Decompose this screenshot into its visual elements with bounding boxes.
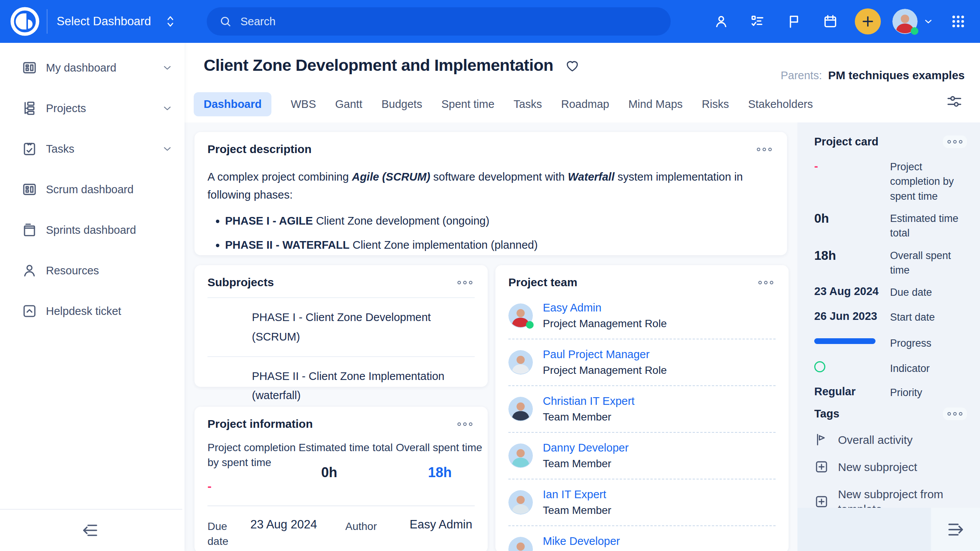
tab-budgets[interactable]: Budgets bbox=[381, 92, 422, 116]
tab-wbs[interactable]: WBS bbox=[291, 92, 316, 116]
subproject-row[interactable]: PHASE II - Client Zone Implementation (w… bbox=[207, 357, 475, 415]
action-label: New subproject bbox=[838, 460, 917, 474]
avatar bbox=[508, 303, 533, 328]
new-subproject-from-template-button[interactable]: New subproject from template bbox=[814, 487, 967, 508]
card-value: 23 Aug 2024 bbox=[814, 285, 890, 298]
right-footer-bar bbox=[797, 508, 980, 551]
more-menu-icon[interactable] bbox=[455, 420, 475, 428]
more-menu-icon[interactable] bbox=[943, 135, 967, 148]
member-name-link[interactable]: Paul Project Manager bbox=[543, 348, 667, 361]
left-sidebar: My dashboard Projects Tasks bbox=[0, 43, 185, 551]
chevron-down-icon[interactable] bbox=[162, 103, 173, 114]
tab-dashboard[interactable]: Dashboard bbox=[194, 92, 271, 116]
phase-item: PHASE II - WATERFALL Client Zone impleme… bbox=[225, 239, 774, 251]
card-row-completion: - Project completion by spent time bbox=[814, 160, 967, 204]
checklist-icon[interactable] bbox=[746, 10, 769, 33]
more-menu-icon[interactable] bbox=[756, 279, 776, 287]
member-name-link[interactable]: Ian IT Expert bbox=[543, 488, 611, 501]
phase-detail: Client Zone development (ongoing) bbox=[313, 215, 489, 227]
user-avatar[interactable] bbox=[892, 9, 918, 34]
tab-tasks[interactable]: Tasks bbox=[514, 92, 542, 116]
sidebar-item-resources[interactable]: Resources bbox=[0, 250, 185, 291]
overall-activity-button[interactable]: Overall activity bbox=[814, 432, 967, 447]
team-member-row: Christian IT Expert Team Member bbox=[508, 386, 776, 433]
helpdesk-icon bbox=[21, 303, 38, 319]
sidebar-item-my-dashboard[interactable]: My dashboard bbox=[0, 47, 185, 88]
dashboard-selector[interactable]: Select Dashboard bbox=[57, 0, 176, 43]
subproject-link[interactable]: PHASE II - Client Zone Implementation (w… bbox=[252, 367, 461, 406]
tab-roadmap[interactable]: Roadmap bbox=[561, 92, 609, 116]
team-member-row: Paul Project Manager Project Management … bbox=[508, 339, 776, 386]
topbar-actions bbox=[697, 0, 970, 43]
search-bar[interactable] bbox=[207, 7, 671, 36]
search-input[interactable] bbox=[240, 15, 642, 28]
metric-spent: Overall spent time 18h bbox=[396, 440, 475, 493]
chevron-down-icon[interactable] bbox=[162, 62, 173, 73]
panel-title: Subprojects bbox=[207, 276, 274, 289]
tags-label: Tags bbox=[814, 408, 840, 420]
avatar bbox=[508, 397, 533, 421]
more-menu-icon[interactable] bbox=[755, 145, 774, 153]
metric-value: - bbox=[207, 479, 299, 493]
person-icon bbox=[21, 262, 38, 279]
heart-outline-icon[interactable] bbox=[565, 58, 580, 73]
member-role: Project Management Role bbox=[543, 318, 667, 330]
subproject-row[interactable]: PHASE I - Client Zone Development (SCRUM… bbox=[207, 297, 475, 357]
member-name-link[interactable]: Christian IT Expert bbox=[543, 395, 635, 408]
more-menu-icon[interactable] bbox=[455, 279, 475, 287]
calendar-icon[interactable] bbox=[818, 10, 842, 33]
avatar bbox=[508, 443, 533, 468]
card-row-progress: Progress bbox=[814, 336, 967, 350]
member-name-link[interactable]: Easy Admin bbox=[543, 302, 667, 314]
breadcrumb: Parents: PM techniques examples bbox=[781, 69, 965, 82]
metric-estimated: Estimated time total 0h bbox=[299, 440, 396, 493]
sidebar-item-sprints-dashboard[interactable]: Sprints dashboard bbox=[0, 210, 185, 250]
tab-spent-time[interactable]: Spent time bbox=[441, 92, 495, 116]
page-title: Client Zone Development and Implementati… bbox=[204, 56, 553, 75]
search-icon bbox=[219, 15, 232, 28]
user-icon[interactable] bbox=[709, 10, 733, 33]
card-value: 0h bbox=[814, 211, 890, 226]
member-name-link[interactable]: Mike Developer bbox=[543, 535, 620, 548]
panel-title: Project description bbox=[207, 143, 312, 156]
metric-label: Overall spent time bbox=[396, 440, 475, 455]
tab-risks[interactable]: Risks bbox=[702, 92, 729, 116]
sidebar-item-label: Helpdesk ticket bbox=[46, 305, 121, 318]
flag-icon[interactable] bbox=[782, 10, 806, 33]
collapse-sidebar-icon[interactable] bbox=[81, 521, 100, 540]
new-subproject-button[interactable]: New subproject bbox=[814, 460, 967, 474]
sidebar-item-helpdesk-ticket[interactable]: Helpdesk ticket bbox=[0, 291, 185, 331]
card-value: Regular bbox=[814, 385, 890, 398]
sidebar-nav: My dashboard Projects Tasks bbox=[0, 43, 185, 331]
sidebar-item-projects[interactable]: Projects bbox=[0, 88, 185, 129]
tags-section: Tags bbox=[814, 408, 967, 420]
online-status-dot bbox=[526, 321, 534, 329]
field-label: Author bbox=[345, 518, 387, 549]
easy-project-logo[interactable] bbox=[10, 7, 40, 36]
member-role: Team Member bbox=[543, 504, 611, 517]
member-name-link[interactable]: Danny Developer bbox=[543, 442, 629, 454]
project-description-panel: Project description A complex project co… bbox=[194, 132, 787, 255]
chevron-down-icon[interactable] bbox=[923, 16, 934, 27]
plus-square-icon bbox=[814, 494, 829, 508]
sidebar-item-scrum-dashboard[interactable]: Scrum dashboard bbox=[0, 169, 185, 210]
tab-gantt[interactable]: Gantt bbox=[335, 92, 363, 116]
card-value: 26 Jun 2023 bbox=[814, 310, 890, 323]
sidebar-item-label: Resources bbox=[46, 264, 99, 277]
subproject-link[interactable]: PHASE I - Client Zone Development (SCRUM… bbox=[252, 308, 461, 347]
field-value: 23 Aug 2024 bbox=[250, 518, 345, 549]
apps-grid-icon[interactable] bbox=[946, 10, 970, 33]
more-menu-icon[interactable] bbox=[943, 408, 967, 420]
topbar-divider bbox=[47, 9, 47, 34]
action-label: New subproject from template bbox=[838, 487, 960, 508]
metric-label: Estimated time total bbox=[299, 440, 396, 455]
filter-sliders-icon[interactable] bbox=[946, 93, 963, 112]
parent-project-link[interactable]: PM techniques examples bbox=[828, 69, 965, 82]
tab-stakeholders[interactable]: Stakeholders bbox=[748, 92, 813, 116]
expand-panel-icon[interactable] bbox=[931, 508, 980, 551]
tab-mind-maps[interactable]: Mind Maps bbox=[628, 92, 683, 116]
chevron-down-icon[interactable] bbox=[162, 143, 173, 155]
card-value: - bbox=[814, 160, 890, 173]
sidebar-item-tasks[interactable]: Tasks bbox=[0, 129, 185, 169]
add-button[interactable] bbox=[855, 8, 881, 34]
